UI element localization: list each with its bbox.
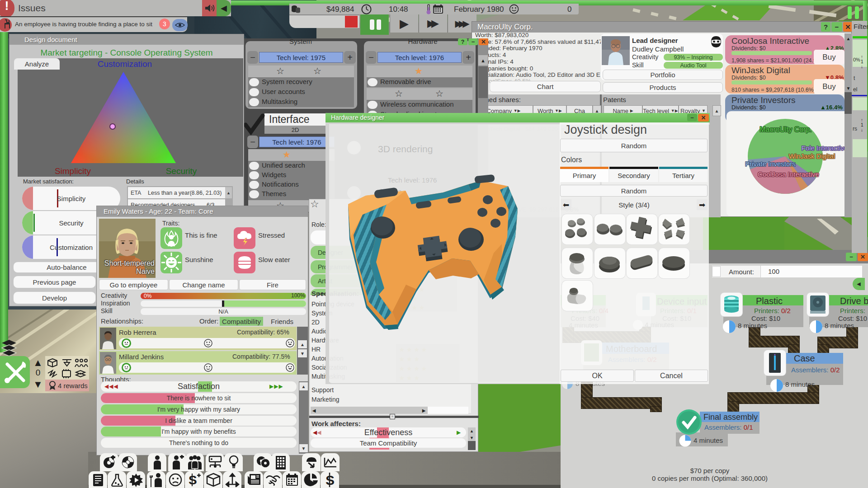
svg-text:S: S xyxy=(189,473,197,487)
